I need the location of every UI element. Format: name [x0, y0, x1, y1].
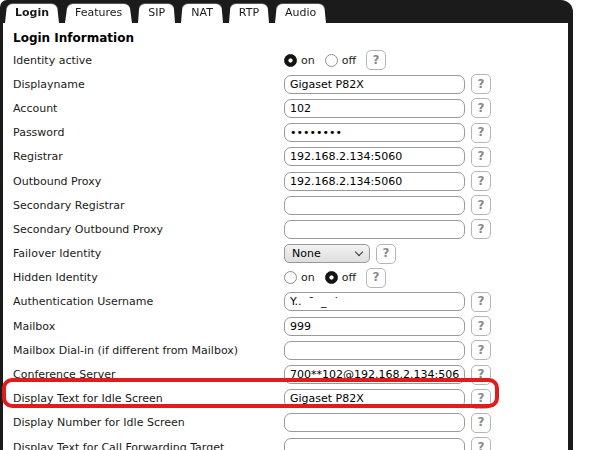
section-title: Login Information: [3, 23, 568, 48]
row-displayname: Displayname ?: [3, 72, 568, 96]
field-label: Secondary Outbound Proxy: [13, 223, 284, 236]
field-label: Mailbox Dial-in (if different from Mailb…: [13, 344, 284, 357]
conference-server-input[interactable]: [284, 365, 465, 384]
help-button[interactable]: ?: [471, 365, 491, 385]
displayname-input[interactable]: [284, 75, 465, 94]
help-button[interactable]: ?: [471, 413, 491, 433]
help-button[interactable]: ?: [471, 437, 491, 450]
row-hidden-identity: Hidden Identity on off ?: [3, 266, 568, 290]
tab-nat[interactable]: NAT: [181, 2, 223, 23]
row-display-text-idle-screen: Display Text for Idle Screen ?: [3, 387, 568, 411]
help-button[interactable]: ?: [471, 195, 491, 215]
radio-option-label: off: [342, 271, 356, 284]
tab-login[interactable]: Login: [5, 2, 59, 23]
help-button[interactable]: ?: [376, 244, 396, 264]
row-secondary-registrar: Secondary Registrar ?: [3, 193, 568, 217]
tab-bar: Login Features SIP NAT RTP Audio: [0, 0, 573, 23]
field-label: Secondary Registrar: [13, 199, 284, 212]
help-button[interactable]: ?: [471, 74, 491, 94]
radio-on[interactable]: [284, 271, 297, 284]
help-button[interactable]: ?: [366, 50, 386, 70]
field-label: Password: [13, 126, 284, 139]
help-button[interactable]: ?: [471, 316, 491, 336]
secondary-registrar-input[interactable]: [284, 196, 465, 215]
radio-on-selected[interactable]: [284, 54, 297, 67]
field-label: Hidden Identity: [13, 271, 284, 284]
secondary-outbound-proxy-input[interactable]: [284, 220, 465, 239]
row-display-text-call-forwarding: Display Text for Call Forwarding Target …: [3, 435, 568, 450]
display-text-call-forwarding-input[interactable]: [284, 438, 465, 450]
mailbox-input[interactable]: [284, 317, 465, 336]
field-label: Mailbox: [13, 320, 284, 333]
select-value: None: [292, 247, 321, 260]
row-account: Account ?: [3, 96, 568, 120]
login-form: Login Information Identity active on off…: [0, 23, 573, 450]
help-button[interactable]: ?: [471, 98, 491, 118]
field-label: Display Number for Idle Screen: [13, 416, 284, 429]
help-button[interactable]: ?: [471, 292, 491, 312]
account-input[interactable]: [284, 99, 465, 118]
registrar-input[interactable]: [284, 147, 465, 166]
field-label: Account: [13, 102, 284, 115]
field-label: Conference Server: [13, 368, 284, 381]
row-mailbox: Mailbox ?: [3, 314, 568, 338]
login-panel: Login Features SIP NAT RTP Audio Login I…: [0, 0, 573, 450]
field-label: Displayname: [13, 78, 284, 91]
display-text-idle-screen-input[interactable]: [284, 389, 465, 408]
outbound-proxy-input[interactable]: [284, 172, 465, 191]
row-outbound-proxy: Outbound Proxy ?: [3, 169, 568, 193]
tab-sip[interactable]: SIP: [138, 2, 175, 23]
mailbox-dial-in-input[interactable]: [284, 341, 465, 360]
field-label: Display Text for Call Forwarding Target: [13, 441, 284, 450]
radio-option-label: on: [301, 54, 315, 67]
help-button[interactable]: ?: [471, 389, 491, 409]
radio-off-selected[interactable]: [325, 271, 338, 284]
chevron-down-icon: [355, 248, 363, 256]
tab-audio[interactable]: Audio: [275, 2, 326, 23]
tab-rtp[interactable]: RTP: [229, 2, 269, 23]
phone-admin-page: Login Features SIP NAT RTP Audio Login I…: [0, 0, 600, 450]
row-identity-active: Identity active on off ?: [3, 48, 568, 72]
field-label: Outbound Proxy: [13, 175, 284, 188]
field-label: Identity active: [13, 54, 284, 67]
tab-features[interactable]: Features: [65, 2, 132, 23]
field-label: Failover Identity: [13, 247, 284, 260]
row-secondary-outbound-proxy: Secondary Outbound Proxy ?: [3, 217, 568, 241]
row-authentication-username: Authentication Username ?: [3, 290, 568, 314]
help-button[interactable]: ?: [471, 171, 491, 191]
help-button[interactable]: ?: [471, 219, 491, 239]
row-mailbox-dial-in: Mailbox Dial-in (if different from Mailb…: [3, 338, 568, 362]
display-number-idle-screen-input[interactable]: [284, 413, 465, 432]
row-conference-server: Conference Server ?: [3, 362, 568, 386]
radio-option-label: off: [342, 54, 356, 67]
authentication-username-input[interactable]: [284, 292, 465, 311]
row-failover-identity: Failover Identity None ?: [3, 242, 568, 266]
field-label: Registrar: [13, 150, 284, 163]
row-password: Password ?: [3, 121, 568, 145]
help-button[interactable]: ?: [471, 340, 491, 360]
password-input[interactable]: [284, 123, 465, 142]
row-registrar: Registrar ?: [3, 145, 568, 169]
row-display-number-idle-screen: Display Number for Idle Screen ?: [3, 411, 568, 435]
failover-identity-select[interactable]: None: [284, 244, 370, 263]
help-button[interactable]: ?: [471, 147, 491, 167]
radio-option-label: on: [301, 271, 315, 284]
help-button[interactable]: ?: [366, 268, 386, 288]
field-label: Authentication Username: [13, 295, 284, 308]
radio-off[interactable]: [325, 54, 338, 67]
field-label: Display Text for Idle Screen: [13, 392, 284, 405]
help-button[interactable]: ?: [471, 123, 491, 143]
